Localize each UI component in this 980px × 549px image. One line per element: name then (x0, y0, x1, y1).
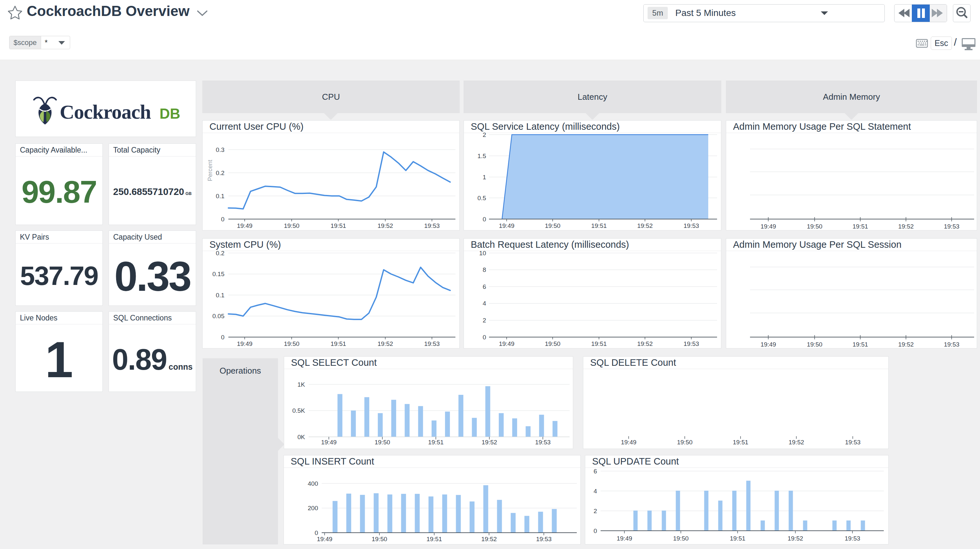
svg-text:0: 0 (221, 334, 224, 341)
svg-text:19:49: 19:49 (621, 439, 636, 446)
svg-text:4: 4 (593, 488, 597, 495)
svg-text:6: 6 (482, 283, 486, 290)
svg-text:10: 10 (479, 250, 486, 257)
svg-text:19:53: 19:53 (684, 340, 699, 347)
svg-text:19:53: 19:53 (845, 439, 861, 446)
svg-text:19:49: 19:49 (499, 222, 514, 229)
svg-text:400: 400 (308, 480, 318, 487)
svg-text:2: 2 (482, 317, 486, 324)
svg-text:Percent: Percent (207, 160, 213, 181)
svg-text:19:51: 19:51 (733, 439, 748, 446)
svg-text:19:50: 19:50 (677, 439, 693, 446)
svg-text:19:53: 19:53 (944, 223, 959, 230)
svg-text:0.15: 0.15 (212, 271, 224, 278)
svg-text:19:49: 19:49 (499, 340, 514, 347)
svg-text:0.2: 0.2 (216, 170, 224, 176)
svg-text:19:51: 19:51 (591, 340, 607, 347)
svg-text:4: 4 (482, 300, 486, 307)
svg-text:19:52: 19:52 (377, 222, 393, 229)
svg-text:19:51: 19:51 (591, 222, 607, 229)
svg-text:0.5K: 0.5K (292, 407, 305, 414)
svg-text:19:52: 19:52 (482, 439, 497, 446)
svg-text:19:51: 19:51 (331, 222, 346, 229)
svg-text:19:50: 19:50 (374, 439, 390, 446)
svg-text:19:52: 19:52 (788, 535, 803, 542)
svg-text:19:49: 19:49 (237, 222, 253, 229)
svg-text:19:50: 19:50 (807, 223, 822, 230)
svg-text:19:50: 19:50 (545, 340, 560, 347)
svg-text:0.1: 0.1 (216, 292, 224, 298)
svg-text:19:53: 19:53 (535, 439, 550, 446)
svg-text:1.5: 1.5 (477, 152, 486, 159)
svg-text:0K: 0K (298, 433, 305, 440)
svg-text:19:53: 19:53 (845, 535, 860, 542)
svg-text:19:52: 19:52 (898, 223, 914, 230)
svg-text:19:49: 19:49 (760, 223, 776, 230)
svg-text:19:52: 19:52 (637, 222, 653, 229)
svg-text:19:49: 19:49 (237, 340, 253, 347)
svg-text:19:50: 19:50 (807, 341, 822, 348)
svg-text:19:51: 19:51 (331, 340, 346, 347)
svg-text:0.2: 0.2 (216, 250, 224, 257)
svg-text:0: 0 (315, 530, 318, 536)
svg-text:19:50: 19:50 (372, 536, 387, 543)
svg-text:19:49: 19:49 (617, 535, 632, 542)
svg-text:0.5: 0.5 (477, 195, 486, 202)
svg-text:0.05: 0.05 (212, 313, 224, 319)
svg-text:19:52: 19:52 (637, 340, 653, 347)
svg-text:19:51: 19:51 (428, 439, 444, 446)
svg-text:19:49: 19:49 (321, 439, 337, 446)
svg-text:19:51: 19:51 (426, 536, 442, 543)
svg-text:DB: DB (159, 106, 180, 122)
svg-text:19:50: 19:50 (545, 222, 560, 229)
svg-text:19:51: 19:51 (853, 223, 868, 230)
svg-text:0: 0 (482, 334, 486, 341)
svg-text:19:52: 19:52 (481, 536, 497, 543)
svg-text:2: 2 (593, 508, 597, 514)
svg-text:19:50: 19:50 (284, 340, 299, 347)
svg-text:200: 200 (308, 505, 318, 511)
svg-text:6: 6 (593, 468, 597, 474)
svg-text:19:52: 19:52 (789, 439, 804, 446)
svg-text:1K: 1K (298, 381, 305, 388)
svg-text:0.3: 0.3 (216, 146, 224, 153)
svg-text:19:53: 19:53 (944, 341, 959, 348)
svg-text:19:49: 19:49 (760, 341, 776, 348)
svg-text:0: 0 (482, 216, 486, 223)
svg-text:0: 0 (593, 527, 597, 534)
svg-text:19:53: 19:53 (424, 340, 440, 347)
svg-text:1: 1 (482, 174, 486, 181)
svg-text:19:51: 19:51 (853, 341, 868, 348)
svg-text:19:52: 19:52 (898, 341, 914, 348)
svg-text:19:53: 19:53 (684, 222, 699, 229)
svg-text:0.1: 0.1 (216, 193, 224, 200)
svg-text:19:50: 19:50 (284, 222, 299, 229)
svg-text:19:51: 19:51 (730, 535, 745, 542)
svg-text:Cockroach: Cockroach (60, 101, 151, 123)
svg-text:8: 8 (482, 267, 486, 273)
svg-text:19:53: 19:53 (536, 536, 552, 543)
svg-text:19:52: 19:52 (377, 340, 393, 347)
svg-text:19:50: 19:50 (673, 535, 689, 542)
svg-text:19:49: 19:49 (317, 536, 332, 543)
svg-text:19:53: 19:53 (424, 222, 440, 229)
svg-text:0: 0 (221, 216, 224, 223)
svg-text:2: 2 (482, 133, 486, 138)
